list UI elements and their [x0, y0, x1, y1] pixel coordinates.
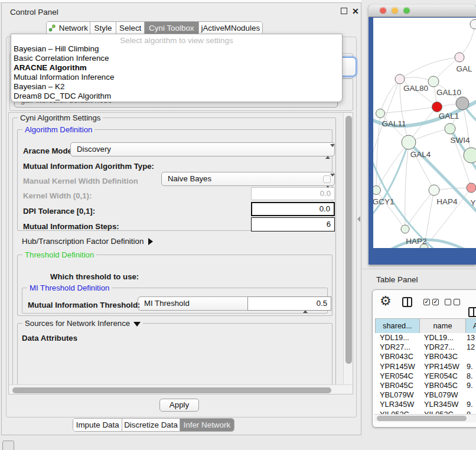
- table-row[interactable]: YBR043CYBR043C: [375, 352, 476, 361]
- mi-type-combobox[interactable]: Naive Bayes: [161, 172, 335, 186]
- apply-button[interactable]: Apply: [159, 399, 199, 412]
- bottom-tab-label: Infer Network: [184, 420, 231, 429]
- algorithm-option[interactable]: Mutual Information Inference: [11, 73, 342, 82]
- minimize-light-icon[interactable]: [392, 7, 398, 14]
- sources-title: Sources for Network Inference: [22, 319, 143, 328]
- cyni-settings-title: Cyni Algorithm Settings: [18, 113, 103, 122]
- table-hscrollbar-track[interactable]: [374, 414, 476, 422]
- algorithm-list: Bayesian – Hill ClimbingBasic Correlatio…: [11, 44, 342, 102]
- aracne-mode-value: Discovery: [77, 145, 111, 154]
- node-label: SWI4: [450, 136, 470, 145]
- table-cell: YER054C: [375, 371, 419, 381]
- manual-kernel-label: Manual Kernel Width Definition: [23, 177, 138, 185]
- column-header[interactable]: shared...: [376, 319, 420, 333]
- table-row[interactable]: YER054CYER054C8.: [375, 371, 476, 381]
- tab-style[interactable]: Style: [90, 22, 117, 34]
- column-header[interactable]: A: [466, 319, 476, 333]
- dpi-tolerance-field[interactable]: 0.0: [251, 202, 335, 216]
- manual-kernel-checkbox[interactable]: [323, 175, 331, 183]
- network-node[interactable]: [464, 148, 476, 163]
- network-window-titlebar[interactable]: [369, 5, 476, 17]
- mi-steps-field[interactable]: 6: [251, 217, 335, 231]
- settings-vscrollbar-track[interactable]: [343, 113, 353, 384]
- aracne-mode-combobox[interactable]: Discovery: [70, 142, 335, 156]
- table-row[interactable]: YDR27...YDR27...12: [375, 343, 476, 352]
- aracne-mode-label: Aracne Mode:: [23, 146, 74, 155]
- table-cell: [465, 352, 476, 361]
- page: Control Panel ✕ NetworkStyleSelectCyni T…: [0, 0, 476, 450]
- new-table-icon[interactable]: [468, 307, 476, 317]
- table-row[interactable]: YBR045CYBR045C9.: [375, 381, 476, 390]
- mi-threshold-group-title: MI Threshold Definition: [27, 283, 112, 292]
- node-label: GAL80: [403, 84, 428, 93]
- network-canvas[interactable]: GALGAL80GAL10GAL1GAL11SWI4GAL4GCY1HAP4YH…: [373, 18, 476, 248]
- network-node-gal1[interactable]: [432, 102, 442, 112]
- hub-definition-toggle[interactable]: Hub/Transcription Factor Definition: [22, 237, 153, 246]
- network-node-swi4[interactable]: [445, 123, 455, 134]
- table-cell: 13: [465, 333, 476, 343]
- popup-placeholder: Select algorithm to view settings: [11, 34, 342, 44]
- network-node-hap2[interactable]: [401, 225, 409, 233]
- table-row[interactable]: YDL19...YDL19...13: [375, 333, 476, 343]
- table-panel-title: Table Panel: [376, 275, 418, 284]
- table-cell: 8.: [465, 371, 476, 381]
- table-cell: YPR145W: [419, 362, 465, 371]
- mi-threshold-field[interactable]: 0.5: [247, 296, 331, 311]
- network-node-gal80[interactable]: [395, 74, 405, 84]
- network-node-gal11[interactable]: [376, 109, 385, 118]
- table-row[interactable]: YLR345WYLR345W9.: [375, 400, 476, 409]
- algorithm-option[interactable]: Bayesian – K2: [11, 82, 342, 92]
- settings-vscrollbar-thumb[interactable]: [345, 116, 352, 364]
- mi-steps-label: Mutual Information Steps:: [23, 222, 119, 231]
- which-threshold-label: Which threshold to use:: [50, 272, 139, 281]
- node-label: GAL10: [436, 88, 461, 97]
- cyni-bottom-tabbar: Impute DataDiscretize DataInfer Network: [73, 418, 234, 432]
- network-node-gal[interactable]: [455, 53, 464, 62]
- tab-cyni-toolbox[interactable]: Cyni Toolbox: [145, 22, 199, 34]
- settings-hscrollbar-track[interactable]: [9, 384, 353, 394]
- network-icon: [48, 24, 56, 32]
- collapsed-panel-icon[interactable]: [2, 441, 14, 450]
- algorithm-definition-title: Algorithm Definition: [22, 125, 94, 134]
- table-cell: YLR345W: [375, 400, 419, 409]
- float-icon[interactable]: [341, 8, 347, 14]
- zoom-light-icon[interactable]: [403, 7, 410, 14]
- close-light-icon[interactable]: [380, 7, 386, 14]
- network-node-hap4[interactable]: [429, 185, 439, 195]
- close-icon[interactable]: ✕: [352, 7, 359, 15]
- network-node-gal10[interactable]: [428, 76, 439, 87]
- kernel-width-field[interactable]: 0.0: [251, 187, 335, 200]
- network-graph[interactable]: GALGAL80GAL10GAL1GAL11SWI4GAL4GCY1HAP4YH…: [373, 18, 476, 248]
- table-cell: [465, 390, 476, 400]
- algorithm-option[interactable]: ARACNE Algorithm: [11, 63, 342, 73]
- bottom-tab-discretize-data[interactable]: Discretize Data: [122, 419, 180, 431]
- node-label: GAL11: [382, 119, 406, 128]
- mi-type-label: Mutual Information Algorithm Type:: [23, 162, 154, 171]
- network-node[interactable]: [456, 97, 469, 110]
- network-node-y[interactable]: [467, 183, 476, 193]
- deselect-all-checkboxes-icon[interactable]: [445, 299, 460, 305]
- network-node[interactable]: [470, 19, 476, 29]
- bottom-tab-infer-network[interactable]: Infer Network: [180, 419, 234, 431]
- bottom-tab-label: Impute Data: [76, 420, 119, 429]
- gear-icon[interactable]: ⚙: [380, 295, 392, 308]
- tab-jactivemnodules[interactable]: jActiveMNodules: [199, 22, 262, 34]
- column-header[interactable]: name: [420, 319, 466, 333]
- algorithm-option[interactable]: Bayesian – Hill Climbing: [11, 44, 342, 54]
- algorithm-option[interactable]: Basic Correlation Inference: [11, 54, 342, 63]
- algorithm-option[interactable]: Dream8 DC_TDC Algorithm: [11, 92, 342, 101]
- columns-icon[interactable]: [402, 297, 412, 307]
- network-node-gal4[interactable]: [402, 135, 416, 149]
- select-all-checkboxes-icon[interactable]: ✓✓: [423, 299, 439, 305]
- panel-divider-handle[interactable]: [357, 216, 360, 222]
- hub-definition-label: Hub/Transcription Factor Definition: [22, 237, 144, 246]
- table-row[interactable]: YBL079WYBL079W: [375, 390, 476, 400]
- tab-select[interactable]: Select: [116, 22, 145, 34]
- table-cell: YBL079W: [375, 390, 419, 400]
- table-hscrollbar-thumb[interactable]: [377, 416, 467, 421]
- settings-hscrollbar-thumb[interactable]: [12, 387, 331, 393]
- table-row[interactable]: YPR145WYPR145W9.: [375, 362, 476, 371]
- network-node-gcy1[interactable]: [373, 186, 381, 195]
- tab-network[interactable]: Network: [47, 22, 90, 34]
- bottom-tab-impute-data[interactable]: Impute Data: [73, 419, 122, 431]
